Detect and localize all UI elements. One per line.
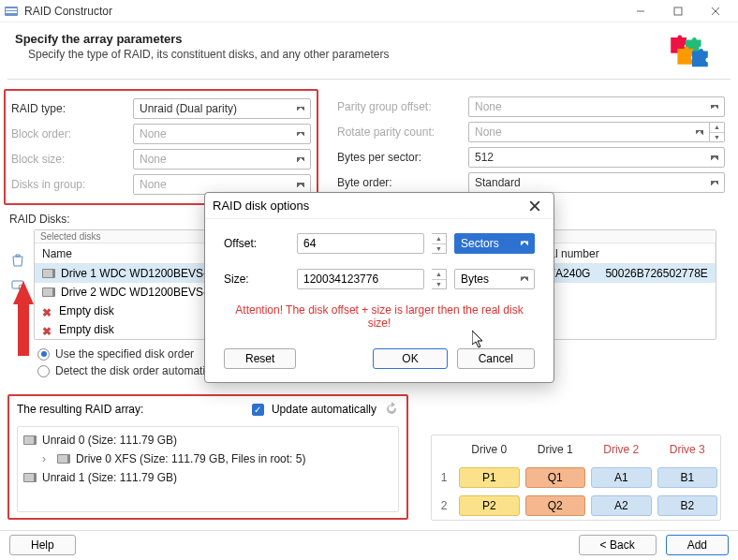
page-title: Specify the array parameters bbox=[15, 32, 667, 46]
window-title: RAID Constructor bbox=[24, 5, 622, 18]
result-tree[interactable]: Unraid 0 (Size: 111.79 GB) ›Drive 0 XFS … bbox=[17, 426, 399, 512]
bytes-per-sector-combo[interactable]: 512 bbox=[468, 147, 725, 168]
grid-cell: Q2 bbox=[525, 495, 586, 516]
block-order-combo: None bbox=[133, 124, 311, 144]
raid-type-label: RAID type: bbox=[11, 102, 133, 115]
empty-disk-icon: ✖ bbox=[42, 325, 53, 334]
raid-disk-options-dialog: RAID disk options Offset: 64 ▲▼ Sectors … bbox=[204, 192, 554, 383]
byte-order-label: Byte order: bbox=[337, 176, 468, 189]
add-button[interactable]: Add bbox=[666, 535, 729, 555]
dialog-title: RAID disk options bbox=[213, 199, 524, 213]
titlebar: RAID Constructor bbox=[0, 0, 738, 22]
grid-cell: A2 bbox=[591, 495, 652, 516]
minimize-button[interactable] bbox=[622, 1, 659, 22]
drive-icon bbox=[42, 269, 55, 278]
reset-button[interactable]: Reset bbox=[224, 348, 296, 369]
bytes-per-sector-label: Bytes per sector: bbox=[337, 151, 468, 164]
puzzle-icon bbox=[667, 32, 714, 69]
cancel-button[interactable]: Cancel bbox=[457, 348, 535, 369]
offset-input[interactable]: 64 bbox=[297, 233, 424, 254]
disks-in-group-label: Disks in group: bbox=[11, 178, 133, 191]
list-item: Unraid 1 (Size: 111.79 GB) bbox=[23, 468, 392, 487]
parity-offset-combo: None bbox=[468, 96, 725, 117]
size-input[interactable]: 120034123776 bbox=[297, 269, 424, 289]
cursor-icon bbox=[472, 331, 487, 349]
rotate-parity-label: Rotate parity count: bbox=[337, 125, 468, 139]
size-unit-combo[interactable]: Bytes bbox=[454, 269, 535, 289]
grid-cell: A1 bbox=[591, 467, 652, 488]
offset-spinner[interactable]: ▲▼ bbox=[432, 233, 447, 254]
grid-head: Drive 1 bbox=[523, 435, 589, 464]
radio-on-icon bbox=[37, 348, 50, 361]
grid-head: Drive 2 bbox=[588, 435, 655, 464]
params-left-group: RAID type:Unraid (Dual parity) Block ord… bbox=[4, 89, 318, 205]
block-order-label: Block order: bbox=[11, 127, 133, 140]
grid-cell: P2 bbox=[459, 495, 520, 516]
radio-off-icon bbox=[37, 365, 50, 377]
grid-cell: Q1 bbox=[525, 467, 586, 488]
svg-rect-2 bbox=[6, 11, 17, 13]
size-label: Size: bbox=[224, 273, 289, 286]
resulting-raid-box: The resulting RAID array: ✓ Update autom… bbox=[7, 394, 408, 520]
dialog-close-button[interactable] bbox=[524, 195, 546, 217]
app-icon bbox=[4, 4, 19, 19]
refresh-icon[interactable] bbox=[384, 402, 399, 417]
offset-label: Offset: bbox=[224, 237, 289, 250]
wizard-header: Specify the array parameters Specify the… bbox=[0, 22, 738, 79]
drive-icon bbox=[42, 287, 55, 297]
drive-icon bbox=[23, 435, 37, 445]
grid-head: Drive 0 bbox=[456, 435, 523, 464]
drive-layout-grid: Drive 0 Drive 1 Drive 2 Drive 3 1 P1 Q1 … bbox=[431, 435, 721, 521]
close-button[interactable] bbox=[697, 1, 734, 22]
grid-head: Drive 3 bbox=[655, 435, 721, 464]
grid-cell: B1 bbox=[657, 467, 718, 488]
update-auto-label: Update automatically bbox=[272, 403, 376, 416]
svg-rect-1 bbox=[6, 8, 17, 10]
ok-button[interactable]: OK bbox=[373, 348, 447, 369]
warning-text: Attention! The disk offset + size is lar… bbox=[224, 303, 535, 330]
drive-icon bbox=[23, 473, 37, 482]
grid-cell: B2 bbox=[657, 495, 718, 516]
wizard-footer: Help < Back Add bbox=[0, 530, 738, 560]
offset-unit-combo[interactable]: Sectors bbox=[454, 233, 535, 254]
raid-type-combo[interactable]: Unraid (Dual parity) bbox=[133, 98, 311, 119]
update-auto-checkbox[interactable]: ✓ bbox=[252, 404, 264, 416]
back-button[interactable]: < Back bbox=[579, 535, 657, 555]
maximize-button[interactable] bbox=[659, 1, 697, 22]
byte-order-combo[interactable]: Standard bbox=[468, 172, 725, 193]
block-size-combo: None bbox=[133, 149, 311, 169]
delete-disk-button[interactable] bbox=[9, 252, 26, 269]
svg-rect-9 bbox=[18, 304, 29, 356]
rotate-parity-spinner: ▲▼ bbox=[710, 122, 725, 142]
rotate-parity-input: None bbox=[468, 122, 710, 142]
grid-cell: P1 bbox=[459, 467, 520, 488]
help-button[interactable]: Help bbox=[9, 535, 76, 555]
list-item: Unraid 0 (Size: 111.79 GB) bbox=[23, 431, 392, 449]
drive-icon bbox=[57, 454, 70, 464]
annotation-arrow-icon bbox=[9, 281, 37, 356]
chevron-right-icon[interactable]: › bbox=[42, 452, 52, 465]
size-spinner[interactable]: ▲▼ bbox=[432, 269, 447, 289]
parity-offset-label: Parity group offset: bbox=[337, 100, 468, 113]
list-item: ›Drive 0 XFS (Size: 111.79 GB, Files in … bbox=[23, 449, 392, 468]
block-size-label: Block size: bbox=[11, 153, 133, 166]
page-subtitle: Specify the type of RAID, its constituen… bbox=[15, 48, 667, 61]
params-right-group: Parity group offset:None Rotate parity c… bbox=[318, 89, 731, 205]
svg-rect-4 bbox=[674, 7, 682, 15]
result-label: The resulting RAID array: bbox=[17, 403, 244, 416]
empty-disk-icon: ✖ bbox=[42, 306, 53, 316]
